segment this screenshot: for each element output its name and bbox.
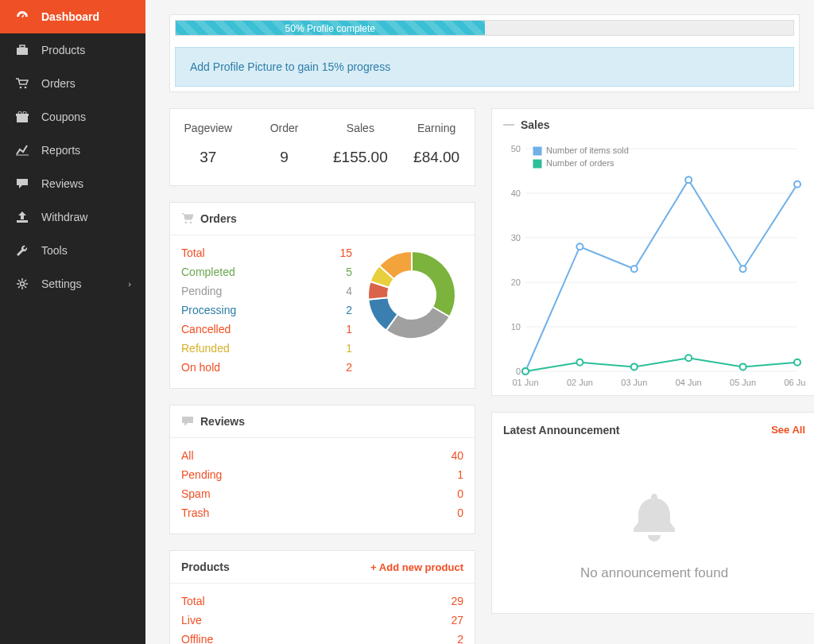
svg-point-3 — [25, 87, 27, 89]
sidebar-item-coupons[interactable]: Coupons — [0, 100, 145, 134]
row-label: Refunded — [181, 342, 328, 355]
svg-text:Number of items sold: Number of items sold — [546, 145, 629, 155]
sidebar-item-reports[interactable]: Reports — [0, 134, 145, 167]
sidebar-item-orders[interactable]: Orders — [0, 67, 145, 100]
stats-panel: Pageview 37 Order 9 Sales £155.00 Earn — [169, 108, 475, 186]
sidebar-item-products[interactable]: Products — [0, 33, 145, 67]
profile-notice[interactable]: Add Profile Picture to gain 15% progress — [175, 47, 794, 87]
stat-sales: Sales £155.00 — [323, 109, 399, 185]
upload-icon — [14, 211, 30, 223]
sidebar-item-tools[interactable]: Tools — [0, 234, 145, 267]
svg-text:Number of orders: Number of orders — [546, 158, 614, 168]
orders-row[interactable]: Total15 — [181, 243, 352, 262]
orders-panel: Orders Total15Completed5Pending4Processi… — [169, 202, 475, 389]
svg-point-36 — [631, 363, 638, 370]
svg-text:06 Jun: 06 Jun — [784, 378, 805, 387]
progress-fill: 50% Profile complete — [176, 21, 485, 35]
stat-label: Order — [250, 122, 320, 134]
reviews-row[interactable]: All40 — [181, 446, 463, 465]
row-label: Pending — [181, 285, 328, 297]
row-label: On hold — [181, 361, 328, 374]
svg-text:40: 40 — [511, 188, 521, 198]
orders-row[interactable]: Refunded1 — [181, 339, 352, 358]
cart-icon — [181, 213, 194, 224]
sidebar-item-label: Orders — [41, 77, 131, 90]
row-label: Spam — [181, 487, 440, 500]
svg-text:0: 0 — [516, 367, 521, 376]
row-value: 27 — [440, 614, 463, 627]
row-label: Completed — [181, 266, 328, 278]
svg-rect-26 — [533, 160, 541, 168]
reviews-row[interactable]: Trash0 — [181, 503, 463, 522]
orders-row[interactable]: Completed5 — [181, 262, 352, 281]
sidebar-item-label: Tools — [41, 244, 131, 257]
svg-point-2 — [20, 87, 22, 89]
orders-row[interactable]: On hold2 — [181, 358, 352, 377]
row-value: 4 — [328, 285, 352, 297]
svg-point-32 — [740, 266, 746, 272]
orders-row[interactable]: Pending4 — [181, 281, 352, 301]
sidebar-item-label: Reviews — [41, 177, 131, 190]
svg-point-9 — [21, 282, 25, 286]
svg-rect-8 — [17, 220, 28, 223]
sidebar-item-label: Reports — [41, 144, 131, 157]
panel-title: Products — [181, 561, 230, 573]
sidebar-item-label: Products — [41, 44, 131, 56]
svg-text:20: 20 — [511, 277, 521, 287]
products-row[interactable]: Live27 — [181, 611, 463, 630]
chart-icon — [14, 145, 30, 156]
announcement-panel: Latest Announcement See All No announcem… — [491, 412, 814, 614]
svg-point-31 — [685, 177, 692, 183]
svg-text:02 Jun: 02 Jun — [567, 378, 593, 387]
svg-rect-0 — [17, 48, 28, 55]
svg-point-34 — [522, 368, 529, 374]
row-label: Live — [181, 614, 440, 627]
row-value: 2 — [328, 304, 352, 316]
row-label: Total — [181, 246, 328, 259]
sidebar-item-dashboard[interactable]: Dashboard — [0, 0, 145, 33]
svg-text:50: 50 — [511, 144, 521, 153]
sidebar-item-reviews[interactable]: Reviews — [0, 167, 145, 200]
briefcase-icon — [14, 45, 30, 56]
svg-rect-4 — [17, 115, 28, 122]
see-all-link[interactable]: See All — [771, 424, 805, 436]
main-content: 50% Profile complete Add Profile Picture… — [145, 0, 814, 644]
products-row[interactable]: Total29 — [181, 592, 463, 611]
svg-rect-1 — [20, 45, 25, 48]
row-label: Cancelled — [181, 323, 328, 336]
stat-value: £84.00 — [401, 149, 471, 166]
panel-title: Reviews — [200, 415, 245, 428]
sidebar-item-settings[interactable]: Settings› — [0, 267, 145, 301]
profile-progress-panel: 50% Profile complete Add Profile Picture… — [169, 14, 800, 92]
stat-pageview: Pageview 37 — [170, 109, 246, 185]
stat-earning: Earning £84.00 — [398, 109, 475, 185]
reviews-row[interactable]: Pending1 — [181, 465, 463, 484]
stat-value: 9 — [250, 149, 320, 166]
orders-row[interactable]: Processing2 — [181, 301, 352, 320]
svg-text:10: 10 — [511, 322, 521, 332]
progress-bar: 50% Profile complete — [175, 20, 794, 36]
reviews-row[interactable]: Spam0 — [181, 484, 463, 503]
add-product-link[interactable]: + Add new product — [370, 561, 463, 573]
orders-row[interactable]: Cancelled1 — [181, 320, 352, 339]
dash-icon — [503, 124, 514, 126]
svg-point-35 — [576, 359, 583, 366]
svg-text:01 Jun: 01 Jun — [512, 378, 538, 387]
gift-icon — [14, 111, 30, 122]
products-row[interactable]: Offline2 — [181, 630, 463, 644]
svg-point-39 — [794, 359, 800, 366]
stat-value: 37 — [173, 149, 243, 166]
row-label: Pending — [181, 468, 440, 481]
stat-label: Pageview — [173, 122, 243, 134]
svg-point-11 — [190, 222, 192, 224]
sidebar-item-withdraw[interactable]: Withdraw — [0, 200, 145, 234]
chevron-right-icon: › — [128, 279, 131, 289]
svg-point-38 — [740, 363, 746, 370]
cart-icon — [14, 78, 30, 89]
row-value: 15 — [328, 246, 352, 259]
comment-icon — [181, 416, 194, 427]
orders-donut-chart — [360, 243, 463, 347]
chart-title-text: Sales — [521, 118, 550, 131]
svg-point-30 — [631, 266, 638, 272]
svg-rect-5 — [16, 114, 29, 116]
